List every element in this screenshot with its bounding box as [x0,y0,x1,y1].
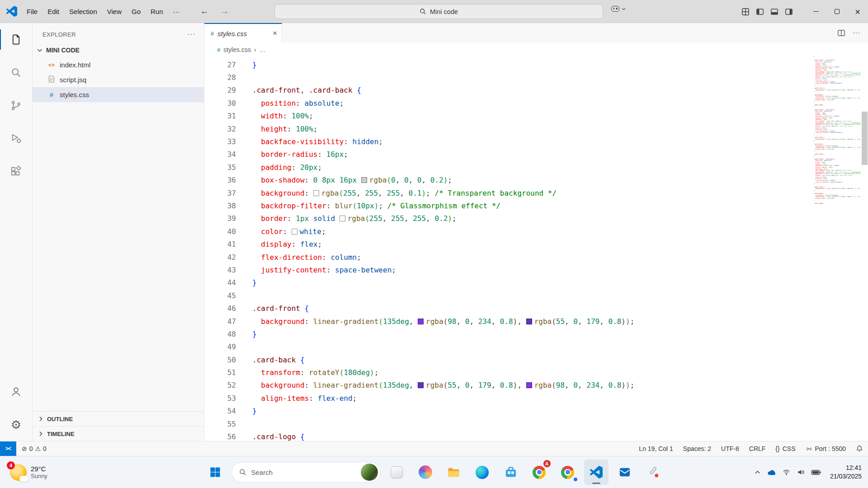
edge-button[interactable] [470,460,495,485]
code-line[interactable]: 30 position: absolute; [204,97,868,109]
line-number[interactable]: 40 [204,227,236,236]
line-number[interactable]: 31 [204,112,236,120]
wifi-icon[interactable] [782,469,791,476]
toggle-panel-icon[interactable] [770,8,778,16]
code-line[interactable]: 35 padding: 20px; [204,161,868,174]
line-number[interactable]: 54 [204,407,236,415]
menu-overflow-icon[interactable]: ··· [168,0,185,23]
code-line[interactable]: 37 background: rgba(255, 255, 255, 0.1);… [204,187,868,199]
line-number[interactable]: 49 [204,343,236,351]
breadcrumb[interactable]: # styles.css › … [204,43,868,56]
code-line[interactable]: 34 border-radius: 16px; [204,148,868,161]
line-number[interactable]: 47 [204,317,236,326]
code-line[interactable]: 31 width: 100%; [204,110,868,122]
line-number[interactable]: 39 [204,214,236,223]
code-line[interactable]: 41 display: flex; [204,238,868,250]
color-swatch[interactable] [526,319,532,324]
code-line[interactable]: 44} [204,277,868,289]
code-line[interactable]: 52 background: linear-gradient(135deg, r… [204,379,868,392]
color-swatch[interactable] [313,190,319,196]
file-row-styles-css[interactable]: # styles.css [33,87,204,102]
split-editor-icon[interactable] [837,29,845,37]
menu-edit[interactable]: Edit [42,0,64,23]
scrollbar-thumb[interactable] [862,112,868,165]
line-number[interactable]: 51 [204,368,236,377]
code-line[interactable]: 53 align-items: flex-end; [204,392,868,404]
code-line[interactable]: 56.card-logo { [204,430,868,441]
menu-go[interactable]: Go [127,0,146,23]
code-line[interactable]: 45 [204,289,868,302]
source-control-activity-button[interactable] [0,89,32,122]
line-number[interactable]: 52 [204,381,236,389]
code-line[interactable]: 32 height: 100%; [204,122,868,135]
code-line[interactable]: 28 [204,71,868,84]
line-number[interactable]: 45 [204,291,236,300]
editor-more-actions-icon[interactable]: ··· [853,29,860,37]
code-line[interactable]: 33 backface-visibility: hidden; [204,135,868,148]
search-activity-button[interactable] [0,56,32,89]
explorer-actions-icon[interactable]: ··· [187,30,196,38]
tab-styles-css[interactable]: # styles.css × [204,23,282,43]
customize-layout-icon[interactable] [741,8,750,16]
line-number[interactable]: 55 [204,420,236,428]
code-line[interactable]: 38 backdrop-filter: blur(10px); /* Glass… [204,199,868,212]
color-swatch[interactable] [292,229,297,235]
clock[interactable]: 12:41 21/03/2025 [830,464,864,481]
forward-icon[interactable]: → [221,6,229,16]
line-number[interactable]: 38 [204,202,236,210]
chrome-secondary-button[interactable] [556,460,580,485]
minimap[interactable]: }.card-front, .card-back { position: abs… [814,56,861,441]
line-number[interactable]: 32 [204,125,236,133]
battery-icon[interactable] [811,469,821,475]
line-number[interactable]: 37 [204,189,236,197]
accounts-button[interactable] [0,375,32,408]
line-number[interactable]: 46 [204,304,236,313]
line-number[interactable]: 53 [204,394,236,403]
code-line[interactable]: 48} [204,328,868,340]
line-number[interactable]: 35 [204,163,236,172]
outline-section-header[interactable]: OUTLINE [33,411,204,426]
code-line[interactable]: 42 flex-direction: column; [204,251,868,263]
file-row-index-html[interactable]: <> index.html [33,57,204,72]
bing-daily-image[interactable] [361,464,378,481]
code-line[interactable]: 36 box-shadow: 0 8px 16px rgba(0, 0, 0, … [204,174,868,187]
code-line[interactable]: 29.card-front, .card-back { [204,84,868,97]
language-mode[interactable]: {} CSS [770,445,800,452]
copilot-button[interactable] [611,6,626,12]
breadcrumb-file[interactable]: styles.css [223,46,251,53]
line-number[interactable]: 33 [204,137,236,146]
code-line[interactable]: 40 color: white; [204,225,868,238]
line-number[interactable]: 44 [204,278,236,287]
notifications-button[interactable] [851,445,868,452]
vscode-button[interactable] [584,460,609,485]
close-button[interactable]: × [847,0,868,23]
file-row-script-jsq[interactable]: script.jsq [33,72,204,87]
color-swatch[interactable] [418,382,424,388]
pen-app-button[interactable] [641,460,665,485]
extensions-activity-button[interactable] [0,155,32,188]
explorer-activity-button[interactable] [0,23,32,56]
settings-button[interactable]: ⚙ [0,408,32,441]
line-number[interactable]: 27 [204,61,236,69]
color-swatch[interactable] [418,319,424,324]
back-icon[interactable]: ← [200,6,209,16]
microsoft-store-button[interactable] [499,460,523,485]
task-view-button[interactable] [385,460,409,485]
line-number[interactable]: 48 [204,330,236,338]
code-line[interactable]: 46.card-front { [204,302,868,314]
taskbar-search[interactable]: Search [231,462,381,483]
outlook-button[interactable] [613,460,637,485]
code-line[interactable]: 51 transform: rotateY(180deg); [204,366,868,379]
indentation[interactable]: Spaces: 2 [678,445,716,452]
timeline-section-header[interactable]: TIMELINE [33,426,204,441]
color-swatch[interactable] [526,382,532,388]
code-line[interactable]: 50.card-back { [204,353,868,366]
minimize-button[interactable] [806,0,826,23]
tray-chevron-up-icon[interactable] [754,469,761,476]
run-debug-activity-button[interactable] [0,122,32,155]
code-line[interactable]: 54} [204,405,868,418]
breadcrumb-more[interactable]: … [259,46,266,53]
menu-view[interactable]: View [102,0,127,23]
onedrive-icon[interactable] [767,469,776,476]
menu-file[interactable]: File [22,0,42,23]
